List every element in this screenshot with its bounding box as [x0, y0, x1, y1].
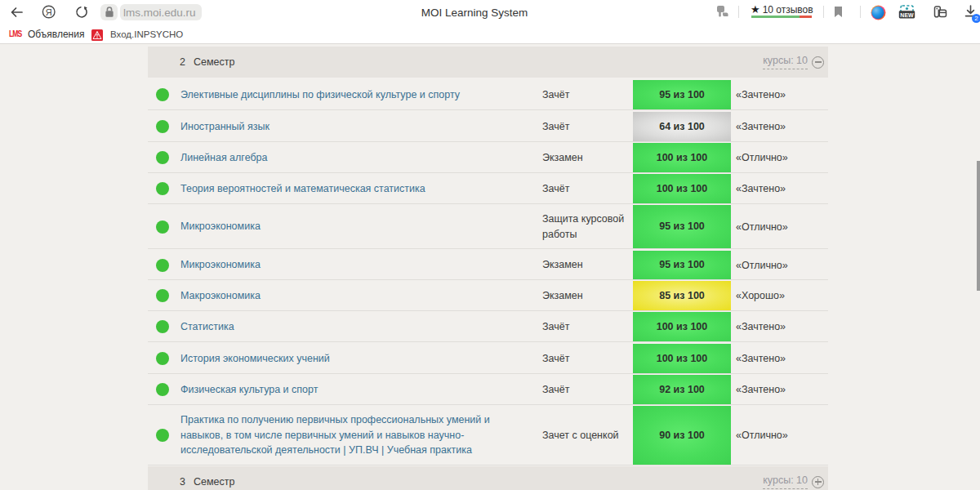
svg-text:NEW: NEW: [900, 12, 914, 18]
svg-text:Я: Я: [46, 7, 52, 17]
